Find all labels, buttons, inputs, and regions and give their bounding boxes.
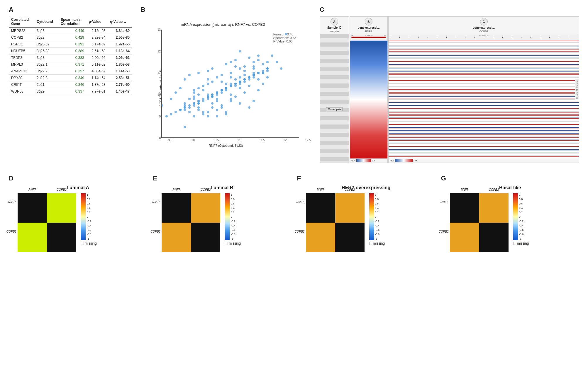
scatter-dot: [207, 111, 209, 113]
genomic-stripe: [389, 117, 579, 117]
scatter-dot: [234, 85, 237, 87]
table-row: MRPL3 3q22.1 0.371 6.11e-62 1.85e-58: [9, 61, 132, 68]
col-header-qval: q-Value ▲: [108, 16, 132, 27]
cell-pval: 6.11e-62: [87, 61, 108, 68]
genomic-stripe: [389, 140, 579, 141]
scatter-dot: [230, 93, 232, 96]
matrix-e-col1: COPB2: [191, 188, 220, 191]
matrix-e-cell-11: [191, 223, 220, 252]
col-b-label2: RNF7: [365, 30, 372, 33]
matrix-e-cell-10: [162, 223, 191, 252]
genomic-stripe: [389, 123, 579, 123]
scatter-dot: [193, 102, 195, 105]
panel-c: C A Sample ID samples 50 samples: [320, 6, 579, 163]
genomic-stripe: [389, 129, 579, 129]
legend-e: 10.80.60.40.20-0.2-0.4-0.6-0.8-1 missing: [225, 193, 241, 245]
main-container: A CorrelatedGene Cytoband Spearman'sCorr…: [0, 0, 588, 258]
matrix-f-row0: RNF7: [296, 201, 304, 204]
matrix-d-cell-11: [47, 223, 76, 252]
table-row: DPY30 2p22.3 0.349 1.14e-54 2.58e-51: [9, 75, 132, 81]
genomic-stripe: [389, 51, 579, 52]
scatter-dot: [207, 78, 209, 81]
genomic-stripe: [389, 127, 579, 128]
scatter-dot: [221, 81, 223, 83]
click-to-fill-label[interactable]: Click to fill Column: [575, 79, 579, 100]
genomic-stripe: [389, 132, 579, 132]
cell-gene: ANAPC13: [9, 68, 34, 75]
scatter-dot: [211, 95, 213, 98]
scatter-dot: [234, 83, 237, 85]
cell-corr: 0.371: [58, 61, 87, 68]
col-b-header: B gene expressi... RNF7: [350, 17, 387, 34]
col-b-label1: gene expressi...: [357, 26, 379, 29]
genomic-stripe: [389, 88, 579, 88]
top-section: A CorrelatedGene Cytoband Spearman'sCorr…: [9, 6, 579, 163]
matrix-g-row1: COPB2: [439, 230, 449, 233]
genomic-stripe: [389, 102, 579, 103]
genomic-stripe: [389, 136, 579, 137]
panel-a: A CorrelatedGene Cytoband Spearman'sCorr…: [9, 6, 132, 163]
scatter-dot: [193, 104, 195, 107]
scatter-dot: [257, 89, 260, 91]
scatter-dot: [248, 76, 250, 79]
scatter-dot: [174, 111, 177, 113]
col-b-scale-min: -1.4: [351, 159, 356, 162]
genomic-stripe: [389, 156, 579, 157]
x-tick: 10.5: [213, 139, 219, 142]
col-a-header: A Sample ID samples: [320, 17, 349, 34]
col-b-scale-max: 1.4: [372, 159, 375, 162]
missing-e: missing: [225, 241, 241, 245]
scatter-dot: [188, 111, 191, 113]
cell-qval: 1.85e-58: [108, 61, 132, 68]
col-a-body: 50 samples: [320, 34, 349, 163]
scatter-dot: [207, 115, 209, 117]
table-row: NDUFB5 3q26.33 0.389 2.61e-68 1.18e-64: [9, 48, 132, 54]
scatter-plot-area: Pearson: 0.48 Spearman: 0.43 P-Value: 0.…: [161, 30, 299, 138]
legend-d-ticks: 10.80.60.40.20-0.2-0.4-0.6-0.8-1: [87, 193, 91, 240]
genomic-stripe: [389, 126, 579, 126]
matrix-f-row1: COPB2: [295, 230, 305, 233]
panel-g: G Basal-like RNF7 COPB2 RNF7 COPB2: [441, 175, 579, 252]
cell-cytoband: 2p22.3: [34, 75, 58, 81]
cell-qval: 2.58e-51: [108, 75, 132, 81]
scatter-dot: [197, 72, 200, 74]
panel-g-content: RNF7 COPB2 RNF7 COPB2 10.80.60.40.20-0.2…: [441, 193, 579, 252]
scatter-dot: [243, 74, 246, 76]
scatter-dot: [221, 74, 223, 76]
cell-qval: 1.18e-64: [108, 48, 132, 54]
scatter-dot: [202, 89, 204, 91]
cell-corr: 0.383: [58, 54, 87, 61]
cell-cytoband: 2p21: [34, 81, 58, 88]
genomic-stripe: [389, 71, 579, 72]
genomic-stripe: [389, 115, 579, 116]
col-a-label2: samples: [329, 30, 339, 33]
panel-d-content: RNF7 COPB2 RNF7 COPB2 10.8: [9, 193, 147, 252]
col-c-track: ←10kb→: [389, 34, 579, 41]
matrix-e-cell-00: [162, 193, 191, 223]
genomic-stripe: [389, 124, 579, 125]
genomic-stripe: [389, 41, 579, 41]
genomic-stripe: [389, 130, 579, 131]
cell-gene: DPY30: [9, 75, 34, 81]
cell-cytoband: 3q23: [34, 34, 58, 41]
col-b-scale: -1.4 1.4: [350, 158, 387, 163]
genomic-stripe: [389, 69, 579, 69]
col-header-cytoband: Cytoband: [34, 16, 58, 27]
scatter-dot: [216, 100, 218, 102]
col-c-circle: C: [480, 18, 488, 25]
table-row: ANAPC13 3q22.2 0.357 4.38e-57 1.14e-53: [9, 68, 132, 75]
scatter-dot: [193, 98, 195, 100]
legend-g-gradient: [513, 193, 518, 240]
scatter-dot: [184, 126, 186, 128]
matrix-g-cell-10: [450, 223, 479, 252]
col-b-body: [350, 41, 387, 158]
scatter-dot: [253, 61, 255, 63]
scatter-dot: [216, 76, 218, 79]
scatter-dot: [202, 98, 204, 100]
legend-d: 10.80.60.40.20-0.2-0.4-0.6-0.8-1 missing: [81, 193, 97, 245]
genomic-stripe: [389, 99, 579, 100]
missing-e-box: [225, 242, 228, 245]
scatter-dot: [184, 109, 186, 111]
genomic-stripe: [389, 98, 579, 98]
x-tick: 10: [192, 139, 195, 142]
